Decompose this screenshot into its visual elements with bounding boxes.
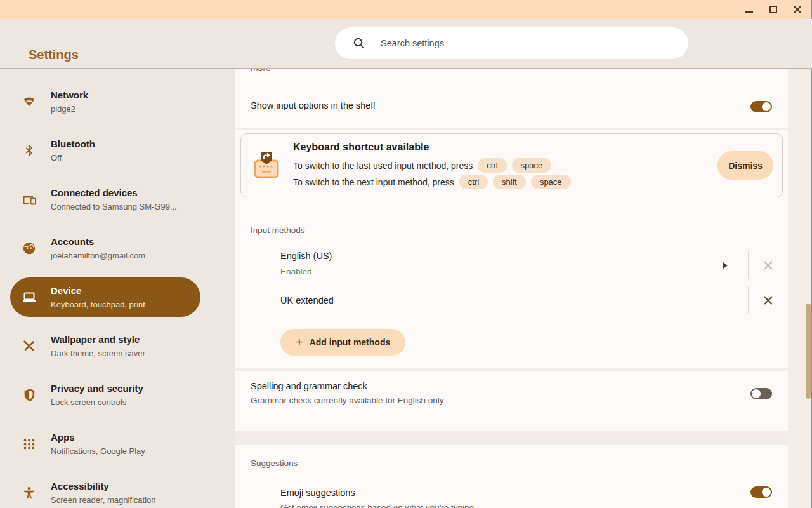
spelling-title: Spelling and grammar check bbox=[251, 381, 367, 391]
maximize-button[interactable] bbox=[761, 0, 785, 19]
row-controls bbox=[748, 283, 788, 318]
keyboard-shortcut-card: Keyboard shortcut available To switch to… bbox=[240, 133, 783, 197]
wifi-icon bbox=[22, 94, 37, 109]
close-button[interactable] bbox=[785, 0, 809, 19]
app-header: Settings Search settings bbox=[0, 19, 812, 69]
shelf-option-label: Show input options in the shelf bbox=[251, 100, 376, 110]
sidebar-item-label: Bluetooth bbox=[51, 137, 95, 151]
sidebar-item-label: Connected devices bbox=[51, 186, 177, 200]
sidebar-item-sub: Lock screen controls bbox=[51, 396, 143, 409]
sidebar-item-accounts[interactable]: Accountsjoelahamilton@gmail.com bbox=[10, 229, 200, 268]
spelling-toggle[interactable] bbox=[750, 388, 772, 399]
section-shelf-options: more Show input options in the shelf bbox=[235, 69, 788, 128]
window-titlebar bbox=[0, 0, 812, 19]
sidebar-item-sub: joelahamilton@gmail.com bbox=[51, 249, 145, 262]
close-icon bbox=[793, 5, 802, 14]
sidebar-item-label: Network bbox=[51, 88, 88, 102]
bluetooth-icon bbox=[22, 143, 37, 158]
sidebar-item-network[interactable]: Networkpidge2 bbox=[10, 82, 200, 121]
card-title: Keyboard shortcut available bbox=[293, 142, 571, 153]
sidebar-item-sub: Notifications, Google Play bbox=[51, 444, 145, 458]
sidebar-item-label: Device bbox=[51, 284, 145, 298]
close-icon bbox=[763, 295, 773, 305]
maximize-icon bbox=[769, 5, 778, 14]
plus-icon: + bbox=[296, 336, 303, 349]
input-method-status: Enabled bbox=[280, 267, 312, 276]
sidebar-item-accessibility[interactable]: AccessibilityScreen reader, magnificatio… bbox=[10, 473, 200, 508]
toggle-knob bbox=[762, 102, 771, 111]
sidebar-item-label: Accounts bbox=[51, 235, 145, 249]
key-pill: space bbox=[512, 158, 552, 173]
sidebar-item-sub: pidge2 bbox=[51, 102, 88, 116]
main-content: more Show input options in the shelf bbox=[235, 69, 788, 508]
spelling-subtitle: Grammar check currently available for En… bbox=[251, 396, 444, 405]
key-pill: space bbox=[531, 175, 571, 189]
input-method-name: English (US) bbox=[280, 251, 332, 261]
input-methods-section-label: Input methods bbox=[251, 225, 305, 235]
row-controls bbox=[723, 248, 788, 283]
section-suggestions: Suggestions Emoji suggestions Get emoji … bbox=[235, 444, 788, 508]
add-input-methods-label: Add input methods bbox=[310, 337, 391, 347]
search-input[interactable]: Search settings bbox=[335, 27, 688, 59]
section-spelling: Spelling and grammar check Grammar check… bbox=[235, 371, 788, 431]
input-method-name: UK extended bbox=[280, 295, 334, 305]
dismiss-button[interactable]: Dismiss bbox=[717, 151, 773, 180]
sidebar-item-label: Accessibility bbox=[51, 479, 155, 493]
search-placeholder: Search settings bbox=[381, 38, 444, 48]
sidebar-item-apps[interactable]: AppsNotifications, Google Play bbox=[10, 424, 200, 464]
minimize-button[interactable] bbox=[737, 0, 761, 19]
emoji-suggestions-toggle[interactable] bbox=[750, 486, 772, 498]
laptop-icon bbox=[22, 290, 37, 305]
remove-input-method-button[interactable] bbox=[749, 295, 788, 305]
sidebar-item-wallpaper[interactable]: Wallpaper and styleDark theme, screen sa… bbox=[10, 326, 200, 366]
key-pill: ctrl bbox=[478, 158, 506, 173]
sidebar-item-sub: Keyboard, touchpad, print bbox=[51, 298, 145, 311]
brush-icon bbox=[22, 338, 37, 354]
sidebar-item-sub: Screen reader, magnification bbox=[51, 493, 155, 507]
devices-icon bbox=[22, 192, 37, 207]
sidebar-item-bluetooth[interactable]: BluetoothOff bbox=[10, 131, 200, 170]
section-input-methods: Keyboard shortcut available To switch to… bbox=[235, 130, 788, 368]
shield-icon bbox=[22, 387, 37, 403]
page-title: Settings bbox=[29, 48, 79, 62]
search-icon bbox=[353, 37, 365, 50]
sidebar-item-sub: Off bbox=[51, 151, 95, 164]
sidebar-item-privacy[interactable]: Privacy and securityLock screen controls bbox=[10, 375, 200, 415]
sidebar-item-label: Privacy and security bbox=[51, 382, 143, 396]
emoji-suggestions-title: Emoji suggestions bbox=[280, 488, 355, 498]
sidebar-item-device[interactable]: DeviceKeyboard, touchpad, print bbox=[10, 277, 200, 317]
emoji-suggestions-subtitle: Get emoji suggestions based on what you'… bbox=[280, 503, 474, 508]
shelf-option-toggle[interactable] bbox=[750, 101, 772, 112]
accessibility-icon bbox=[22, 485, 37, 500]
minimize-icon bbox=[745, 5, 754, 14]
sidebar-item-sub: Dark theme, screen saver bbox=[51, 347, 145, 360]
card-line-1: To switch to the last used input method,… bbox=[293, 158, 571, 173]
account-icon bbox=[22, 241, 37, 256]
sidebar-item-label: Apps bbox=[51, 431, 145, 444]
scroll-gutter bbox=[788, 69, 812, 508]
remove-input-method-button[interactable] bbox=[749, 260, 788, 271]
expand-arrow-icon[interactable] bbox=[723, 262, 728, 269]
more-link[interactable]: more bbox=[251, 69, 271, 73]
keyboard-switch-icon bbox=[254, 151, 279, 180]
toggle-knob bbox=[762, 488, 771, 497]
sidebar-item-label: Wallpaper and style bbox=[51, 333, 145, 347]
input-method-row-uk-extended[interactable]: UK extended bbox=[235, 283, 788, 318]
card-line-2: To switch to the next input method, pres… bbox=[293, 175, 571, 189]
toggle-knob bbox=[752, 389, 761, 398]
input-method-row-english[interactable]: English (US) Enabled bbox=[235, 248, 788, 283]
card-line-2-text: To switch to the next input method, pres… bbox=[293, 177, 454, 187]
apps-icon bbox=[22, 436, 37, 451]
sidebar-item-connected-devices[interactable]: Connected devicesConnected to Samsung SM… bbox=[10, 180, 200, 219]
close-icon bbox=[763, 260, 773, 271]
sidebar-item-sub: Connected to Samsung SM-G99... bbox=[51, 200, 177, 213]
key-pill: ctrl bbox=[459, 175, 488, 189]
key-pill: shift bbox=[493, 175, 526, 189]
add-input-methods-button[interactable]: + Add input methods bbox=[280, 329, 405, 356]
scrollbar-thumb[interactable] bbox=[806, 304, 811, 399]
divider bbox=[280, 318, 788, 318]
card-line-1-text: To switch to the last used input method,… bbox=[293, 161, 473, 171]
suggestions-section-label: Suggestions bbox=[251, 458, 298, 468]
sidebar: Networkpidge2 BluetoothOff Connected dev… bbox=[0, 69, 235, 508]
